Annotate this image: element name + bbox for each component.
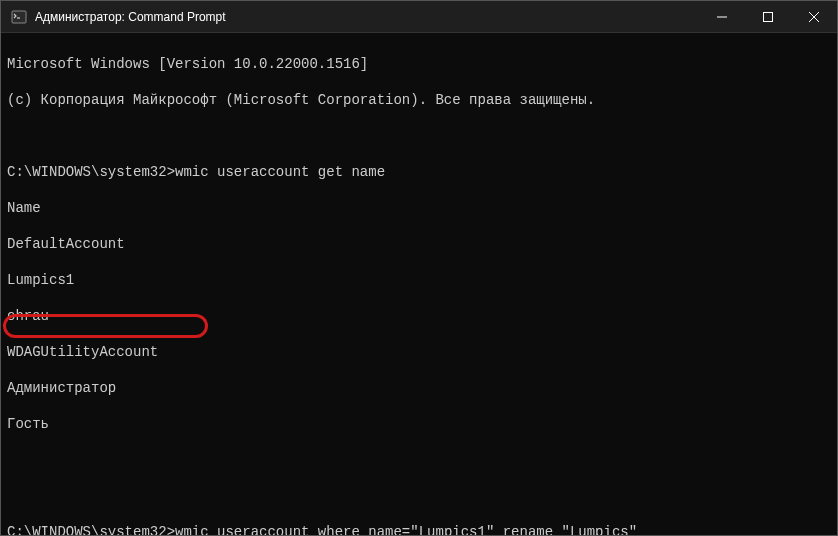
prompt-line: C:\WINDOWS\system32>wmic useraccount whe… (7, 523, 831, 535)
output-line: (c) Корпорация Майкрософт (Microsoft Cor… (7, 91, 831, 109)
prompt: C:\WINDOWS\system32> (7, 524, 175, 535)
close-button[interactable] (791, 1, 837, 32)
output-line: Microsoft Windows [Version 10.0.22000.15… (7, 55, 831, 73)
prompt-line: C:\WINDOWS\system32>wmic useraccount get… (7, 163, 831, 181)
terminal-output[interactable]: Microsoft Windows [Version 10.0.22000.15… (1, 33, 837, 535)
output-line: ohrau (7, 307, 831, 325)
titlebar-buttons (699, 1, 837, 32)
maximize-button[interactable] (745, 1, 791, 32)
output-line (7, 451, 831, 469)
output-line: Администратор (7, 379, 831, 397)
command-text: wmic useraccount where name="Lumpics1" r… (175, 524, 637, 535)
minimize-button[interactable] (699, 1, 745, 32)
prompt: C:\WINDOWS\system32> (7, 164, 175, 180)
output-line: DefaultAccount (7, 235, 831, 253)
titlebar-title: Администратор: Command Prompt (35, 10, 226, 24)
output-line: Name (7, 199, 831, 217)
output-line: WDAGUtilityAccount (7, 343, 831, 361)
svg-rect-0 (12, 11, 26, 23)
output-line: Lumpics1 (7, 271, 831, 289)
svg-rect-3 (764, 12, 773, 21)
output-line (7, 487, 831, 505)
command-text: wmic useraccount get name (175, 164, 385, 180)
output-line (7, 127, 831, 145)
output-line: Гость (7, 415, 831, 433)
titlebar[interactable]: Администратор: Command Prompt (1, 1, 837, 33)
command-prompt-window: Администратор: Command Prompt Microsoft … (0, 0, 838, 536)
cmd-icon (11, 9, 27, 25)
